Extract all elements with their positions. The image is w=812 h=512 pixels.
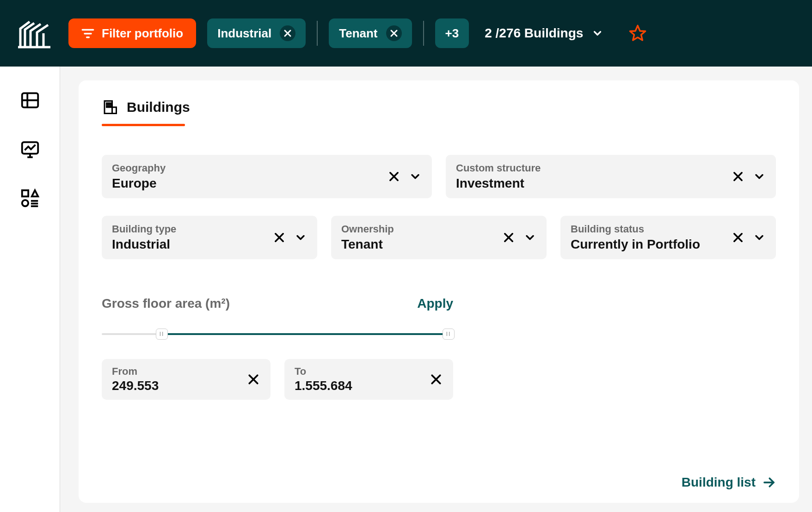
svg-rect-25 [107,106,108,107]
topbar: Filter portfolio Industrial Tenant +3 2 … [0,0,812,67]
chip-label: Tenant [339,26,377,41]
clear-icon[interactable] [429,372,443,386]
chevron-down-icon[interactable] [523,231,536,244]
chevron-down-icon [591,27,603,39]
sidebar-item-categories[interactable] [19,188,41,209]
range-from-field[interactable]: From 249.553 [102,359,271,400]
sidebar-item-table[interactable] [19,90,41,111]
filter-geography[interactable]: Geography Europe [102,155,432,198]
clear-icon[interactable] [732,231,744,244]
field-value: 1.555.684 [295,378,429,393]
tab-buildings[interactable]: Buildings [102,99,776,116]
field-value: 249.553 [112,378,246,393]
clear-icon[interactable] [502,231,515,244]
slider-active-track [162,333,449,335]
buildings-summary-dropdown[interactable]: 2 /276 Buildings [485,26,603,41]
main: Buildings Geography Europe [60,67,812,512]
field-label: Geography [112,162,388,174]
clear-icon[interactable] [246,372,260,386]
sidebar [0,67,60,512]
field-value: Tenant [341,237,502,252]
app-logo [11,15,57,52]
field-label: From [112,366,246,378]
svg-marker-16 [31,190,37,196]
svg-rect-24 [110,103,111,104]
filter-building-status[interactable]: Building status Currently in Portfolio [560,216,776,259]
field-label: Building status [571,223,732,235]
field-label: To [295,366,429,378]
field-value: Industrial [112,237,273,252]
sidebar-item-analytics[interactable] [19,139,41,160]
slider-handle-max[interactable]: II [443,329,455,340]
field-label: Custom structure [456,162,732,174]
filter-portfolio-button[interactable]: Filter portfolio [68,18,196,48]
filter-icon [81,28,94,38]
remove-chip-icon[interactable] [386,25,402,41]
overflow-chip[interactable]: +3 [435,18,469,48]
chip-label: Industrial [217,26,271,41]
range-slider[interactable]: II II [102,325,453,343]
svg-marker-8 [630,25,646,40]
clear-icon[interactable] [273,231,286,244]
filter-row-2: Building type Industrial Ownership Tenan… [102,216,776,259]
field-value: Currently in Portfolio [571,237,732,252]
filter-portfolio-label: Filter portfolio [102,26,183,41]
chevron-down-icon[interactable] [753,170,766,183]
filter-row-1: Geography Europe Custom structure Invest… [102,155,776,198]
building-list-link[interactable]: Building list [682,475,776,490]
clear-icon[interactable] [732,170,744,183]
filter-building-type[interactable]: Building type Industrial [102,216,317,259]
tab-label: Buildings [127,99,190,115]
field-label: Building type [112,223,273,235]
filter-chip-industrial[interactable]: Industrial [207,18,306,48]
gross-floor-area-filter: Gross floor area (m²) Apply II II From 2… [102,296,453,400]
svg-rect-23 [107,103,108,104]
slider-handle-min[interactable]: II [156,329,168,340]
chevron-down-icon[interactable] [294,231,307,244]
arrow-right-icon [762,475,776,489]
remove-chip-icon[interactable] [280,25,295,41]
svg-point-17 [22,200,28,206]
summary-text: 2 /276 Buildings [485,26,583,41]
divider [317,21,318,46]
field-value: Europe [112,176,388,191]
apply-button[interactable]: Apply [417,296,453,311]
filter-custom-structure[interactable]: Custom structure Investment [446,155,776,198]
svg-rect-22 [112,107,117,114]
overflow-chip-label: +3 [445,26,459,41]
buildings-icon [102,99,118,116]
clear-icon[interactable] [388,170,400,183]
filter-chip-tenant[interactable]: Tenant [329,18,412,48]
filter-panel: Buildings Geography Europe [79,80,799,503]
chevron-down-icon[interactable] [409,170,422,183]
body: Buildings Geography Europe [0,67,812,512]
svg-rect-15 [22,190,28,196]
slider-title: Gross floor area (m²) [102,296,230,311]
field-label: Ownership [341,223,502,235]
range-to-field[interactable]: To 1.555.684 [284,359,453,400]
favorite-star-icon[interactable] [628,24,647,43]
filter-ownership[interactable]: Ownership Tenant [331,216,547,259]
svg-rect-26 [110,106,111,107]
chevron-down-icon[interactable] [753,231,766,244]
link-label: Building list [682,475,756,490]
divider [423,21,424,46]
tab-underline [102,124,185,126]
field-value: Investment [456,176,732,191]
